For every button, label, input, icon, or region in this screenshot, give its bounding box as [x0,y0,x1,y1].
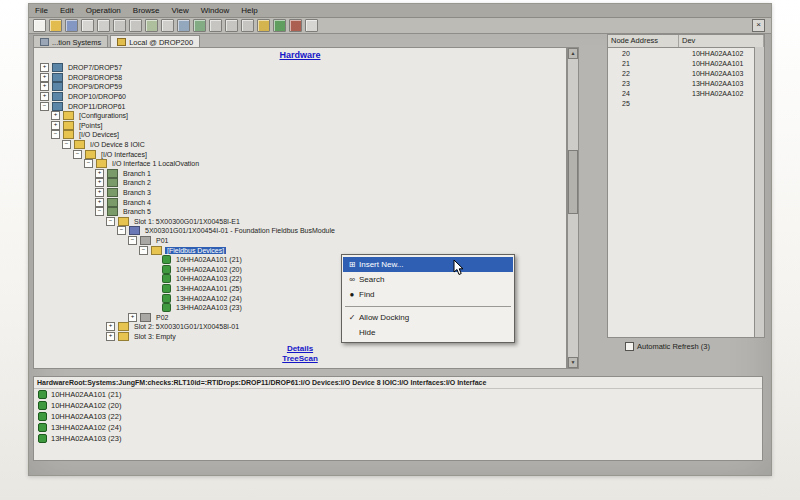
details-link[interactable]: Details [34,344,566,353]
scroll-thumb[interactable] [568,150,578,214]
tree-item-label[interactable]: P01 [154,237,170,244]
expander-icon[interactable] [95,169,104,178]
undo-icon[interactable] [161,19,174,32]
tree-item-label[interactable]: 13HHA02AA102 (24) [174,295,244,302]
expander-icon[interactable] [106,332,115,341]
menu-item[interactable]: Help [235,6,263,15]
expander-icon[interactable] [40,73,49,82]
tree-item-label[interactable]: DROP7/DROP57 [66,64,124,71]
list-item[interactable]: 10HHA02AA101 (21) [34,389,762,400]
context-menu-item[interactable] [345,302,511,307]
tree-item-label[interactable]: DROP11/DROP61 [66,103,127,110]
tree-item-label[interactable]: 13HHA02AA103 (23) [174,304,244,311]
menu-item[interactable]: Browse [127,6,166,15]
new-icon[interactable] [33,19,46,32]
tree-item-label[interactable]: [Points] [77,122,104,129]
tree-item-label[interactable]: 13HHA02AA101 (25) [174,285,244,292]
expander-icon[interactable] [95,198,104,207]
expander-icon[interactable] [117,226,126,235]
list-item[interactable]: 13HHA02AA102 (24) [34,422,762,433]
list-item[interactable]: 10HHA02AA103 (22) [34,411,762,422]
online-icon[interactable] [273,19,286,32]
tree-item[interactable]: DROP9/DROP59 [34,82,566,92]
tree-item-label[interactable]: I/O Device 8 IOIC [88,141,147,148]
tree-item[interactable]: [I/O Devices] [34,130,566,140]
tree-item-label[interactable]: 10HHA02AA103 (22) [174,275,244,282]
tree-item-label[interactable]: [Fieldbus Devices] [165,247,226,254]
expander-icon[interactable] [73,150,82,159]
tree-item-label[interactable]: DROP10/DROP60 [66,93,128,100]
expander-icon[interactable] [40,102,49,111]
tree-item[interactable]: DROP11/DROP61 [34,101,566,111]
tree-item[interactable]: Branch 1 [34,169,566,179]
table-row[interactable]: 23 13HHA02AA103 [608,78,764,88]
tree-item-label[interactable]: DROP8/DROP58 [66,74,124,81]
tree-item[interactable]: Branch 3 [34,188,566,198]
tree-item[interactable]: [I/O Interfaces] [34,149,566,159]
expander-icon[interactable] [51,130,60,139]
expander-icon[interactable] [62,140,71,149]
tree-view-icon[interactable] [241,19,254,32]
expander-icon[interactable] [40,92,49,101]
tree-item[interactable]: 5X00301G01/1X00454I-01 - Foundation Fiel… [34,226,566,236]
tree-item-label[interactable]: Slot 2: 5X00301G01/1X00458I-01 [132,323,241,330]
tree-item-label[interactable]: DROP9/DROP59 [66,83,124,90]
tree-item-label[interactable]: Branch 3 [121,189,153,196]
expander-icon[interactable] [106,217,115,226]
copy-icon[interactable] [129,19,142,32]
tree-item-label[interactable]: P02 [154,314,170,321]
context-menu-item[interactable]: Hide [343,325,513,340]
scroll-up-icon[interactable] [568,48,578,59]
tree-item[interactable]: Branch 4 [34,197,566,207]
tree-item-label[interactable]: 10HHA02AA101 (21) [174,256,244,263]
table-row[interactable]: 25 [608,98,764,108]
expander-icon[interactable] [51,111,60,120]
context-menu-item[interactable]: ✓ Allow Docking [343,310,513,325]
tree-item[interactable]: DROP10/DROP60 [34,92,566,102]
expander-icon[interactable] [40,82,49,91]
menu-item[interactable]: Edit [54,6,80,15]
table-row[interactable]: 24 13HHA02AA102 [608,88,764,98]
tree-item[interactable]: [Points] [34,121,566,131]
open-icon[interactable] [49,19,62,32]
tree-item[interactable]: P01 [34,236,566,246]
tree-item[interactable]: I/O Device 8 IOIC [34,140,566,150]
list-view-icon[interactable] [225,19,238,32]
tree-item[interactable]: Slot 1: 5X00300G01/1X00458I-E1 [34,217,566,227]
context-menu-item[interactable]: ● Find [343,287,513,302]
expander-icon[interactable] [106,322,115,331]
help-icon[interactable] [305,19,318,32]
tree-item[interactable]: DROP8/DROP58 [34,73,566,83]
node-table-scrollbar[interactable] [754,47,764,337]
expander-icon[interactable] [95,178,104,187]
tree-item[interactable]: Branch 5 [34,207,566,217]
tree-item-label[interactable]: [I/O Devices] [77,131,121,138]
tree-item-label[interactable]: Branch 1 [121,170,153,177]
table-row[interactable]: 20 10HHA02AA102 [608,48,764,58]
expander-icon[interactable] [128,236,137,245]
menu-item[interactable]: View [166,6,195,15]
tree-item[interactable]: [Configurations] [34,111,566,121]
treescan-link[interactable]: TreeScan [34,354,566,363]
tree-item-label[interactable]: 10HHA02AA102 (20) [174,266,244,273]
cut-icon[interactable] [113,19,126,32]
print-icon[interactable] [81,19,94,32]
find-icon[interactable] [177,19,190,32]
expander-icon[interactable] [95,188,104,197]
tree-item-label[interactable]: Branch 4 [121,199,153,206]
alarm-icon[interactable] [257,19,270,32]
tree-item-label[interactable]: 5X00301G01/1X00454I-01 - Foundation Fiel… [143,227,337,234]
tree-vscrollbar[interactable] [567,47,579,369]
list-item[interactable]: 13HHA02AA103 (23) [34,433,762,444]
context-menu-item[interactable]: ⊞ Insert New... [343,257,513,272]
tree-item[interactable]: Branch 2 [34,178,566,188]
tree-item-label[interactable]: Slot 3: Empty [132,333,178,340]
close-pane-icon[interactable]: × [752,19,765,32]
expander-icon[interactable] [95,207,104,216]
expander-icon[interactable] [139,246,148,255]
tree-item[interactable]: I/O Interface 1 LocalOvation [34,159,566,169]
table-row[interactable]: 21 10HHA02AA101 [608,58,764,68]
list-item[interactable]: 10HHA02AA102 (20) [34,400,762,411]
paste-icon[interactable] [145,19,158,32]
context-menu-item[interactable]: ∞ Search [343,272,513,287]
